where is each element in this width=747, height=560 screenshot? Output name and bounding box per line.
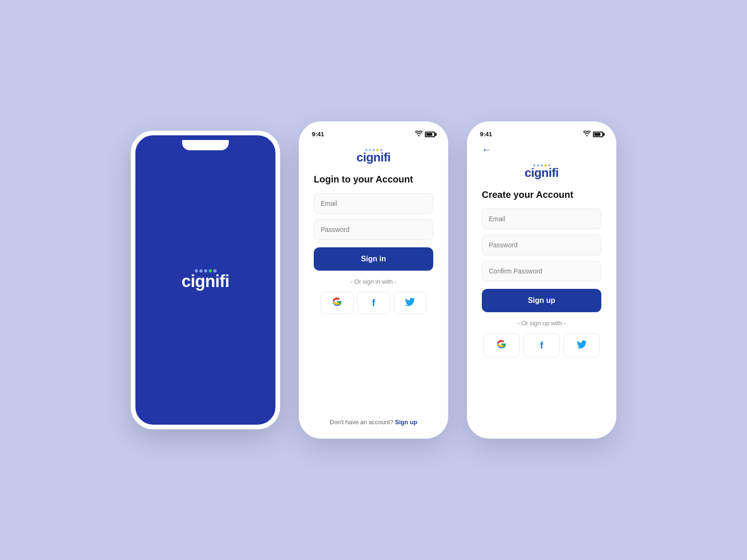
signup-email-input[interactable] [482, 209, 601, 229]
signup-logo-container: cignifi [482, 164, 601, 180]
login-logo-text: cignifi [356, 150, 390, 165]
signup-logo-text: cignifi [524, 166, 558, 180]
splash-phone: cignifi [131, 131, 280, 429]
battery-icon [425, 132, 435, 137]
login-logo: cignifi [356, 149, 390, 165]
signup-google-button[interactable] [483, 333, 520, 357]
signup-password-input[interactable] [482, 235, 601, 255]
battery-icon-2 [593, 132, 603, 137]
back-button[interactable]: ← [482, 144, 601, 155]
login-or-divider: - Or sign in with - [314, 278, 433, 285]
signup-twitter-button[interactable] [564, 333, 600, 357]
google-icon [332, 297, 342, 309]
login-status-bar: 9:41 [303, 125, 444, 140]
login-status-icons [415, 131, 435, 138]
twitter-icon [405, 298, 415, 308]
login-time: 9:41 [312, 131, 324, 138]
login-logo-container: cignifi [314, 149, 433, 165]
sign-in-button[interactable]: Sign in [314, 247, 433, 271]
twitter-icon-2 [577, 340, 587, 351]
signup-time: 9:41 [480, 131, 492, 138]
signup-status-icons [583, 131, 603, 138]
signup-logo: cignifi [524, 164, 558, 180]
facebook-icon: f [372, 298, 375, 308]
login-signup-link[interactable]: Sign up [395, 419, 417, 426]
login-twitter-button[interactable] [394, 292, 426, 314]
wifi-icon [415, 131, 423, 138]
signup-social-row: f [482, 333, 601, 357]
signup-or-divider: - Or sign up with - [482, 320, 601, 327]
splash-logo-text: cignifi [182, 272, 230, 291]
dot-5 [213, 269, 217, 273]
dot-3 [204, 269, 207, 273]
dot-1 [195, 269, 198, 273]
signup-body: ← cignifi Create your Account Sign up - … [471, 140, 613, 435]
login-social-row: f [314, 292, 433, 314]
login-phone: 9:41 [299, 121, 448, 439]
login-email-input[interactable] [314, 193, 433, 214]
signup-status-bar: 9:41 [471, 125, 613, 140]
login-footer-static: Don't have an account? [330, 419, 393, 426]
login-body: cignifi Login to your Account Sign in - … [303, 140, 444, 435]
facebook-icon-2: f [540, 340, 543, 351]
login-facebook-button[interactable]: f [357, 292, 390, 314]
login-password-input[interactable] [314, 219, 433, 240]
google-icon-2 [496, 339, 507, 352]
login-google-button[interactable] [321, 292, 353, 314]
signup-facebook-button[interactable]: f [523, 333, 560, 357]
login-title: Login to your Account [314, 174, 433, 185]
signup-confirm-password-input[interactable] [482, 261, 601, 281]
dot-2 [199, 269, 203, 273]
wifi-icon-2 [583, 131, 591, 138]
splash-logo: cignifi [182, 269, 230, 291]
sign-up-button[interactable]: Sign up [482, 289, 601, 312]
login-footer: Don't have an account? Sign up [314, 414, 433, 426]
signup-phone: 9:41 ← [467, 121, 616, 439]
notch [182, 140, 229, 150]
signup-title: Create your Account [482, 189, 601, 200]
